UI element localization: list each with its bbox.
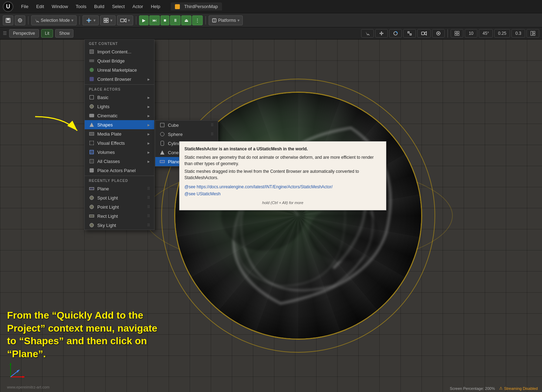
tooltip-line4: @see https://docs.unrealengine.com/lates… bbox=[184, 184, 381, 190]
streaming-disabled: ⚠ Streaming Disabled bbox=[499, 386, 538, 391]
play-next-button[interactable]: ⏭ bbox=[149, 15, 160, 25]
svg-rect-37 bbox=[533, 34, 535, 35]
recently-rectlight-item[interactable]: Rect Light ⠿ bbox=[85, 211, 154, 221]
warning-icon: ⚠ bbox=[499, 386, 503, 391]
menu-actor[interactable]: Actor bbox=[129, 2, 146, 11]
menu-window[interactable]: Window bbox=[48, 2, 71, 11]
place-actors-panel-item[interactable]: Place Actors Panel bbox=[85, 166, 154, 175]
lit-button[interactable]: Lit bbox=[41, 29, 53, 38]
content-browser-item[interactable]: Content Browser ▸ bbox=[85, 74, 154, 84]
play-options-button[interactable]: ⋮ bbox=[192, 15, 203, 25]
visual-effects-item[interactable]: Visual Effects ▸ bbox=[85, 138, 154, 148]
unreal-marketplace-item[interactable]: Unreal Marketplace bbox=[85, 65, 154, 74]
menu-build[interactable]: Build bbox=[91, 2, 108, 11]
cube-label: Cube bbox=[168, 123, 179, 128]
recently-rectlight-label: Rect Light bbox=[97, 214, 118, 219]
place-actors-panel-label: Place Actors Panel bbox=[97, 168, 136, 173]
recently-plane-drag: ⠿ bbox=[147, 187, 150, 191]
recently-skylight-label: Sky Light bbox=[97, 223, 116, 228]
shapes-arrow: ▸ bbox=[148, 122, 150, 128]
section-recently-placed: RECENTLY PLACED bbox=[85, 177, 154, 184]
stop-button[interactable]: ■ bbox=[161, 15, 169, 25]
grid-toggle[interactable] bbox=[451, 29, 463, 38]
menu-file[interactable]: File bbox=[18, 2, 32, 11]
zoom-value[interactable]: 0.25 bbox=[494, 29, 510, 38]
perspective-button[interactable]: Perspective bbox=[9, 29, 39, 38]
recently-spotlight-icon bbox=[89, 195, 94, 201]
eject-button[interactable]: ⏏ bbox=[181, 15, 191, 25]
cube-item[interactable]: Cube ⠿ bbox=[155, 120, 218, 130]
menu-help[interactable]: Help bbox=[147, 2, 164, 11]
toolbar-sep-2 bbox=[79, 16, 80, 25]
visual-effects-icon bbox=[89, 140, 94, 146]
recently-pointlight-item[interactable]: Point Light ⠿ bbox=[85, 202, 154, 211]
recently-pointlight-icon bbox=[89, 204, 94, 210]
menu-sep-2 bbox=[85, 176, 154, 176]
show-button[interactable]: Show bbox=[55, 29, 73, 38]
snap-button[interactable]: ▾ bbox=[100, 15, 116, 25]
recently-rectlight-icon bbox=[89, 213, 94, 219]
scale-tool[interactable] bbox=[403, 29, 416, 38]
all-classes-label: All Classes bbox=[97, 159, 120, 164]
layout-button[interactable] bbox=[527, 29, 539, 38]
menu-tools[interactable]: Tools bbox=[72, 2, 90, 11]
browse-button[interactable] bbox=[15, 15, 25, 25]
angle-value[interactable]: 45° bbox=[479, 29, 493, 38]
volumes-item[interactable]: Volumes ▸ bbox=[85, 148, 154, 157]
cursor-tool[interactable] bbox=[361, 29, 374, 38]
shapes-icon bbox=[89, 122, 94, 128]
recently-skylight-item[interactable]: Sky Light ⠿ bbox=[85, 221, 154, 230]
shapes-item[interactable]: Shapes ▸ Cube ⠿ Sphere ⠿ bbox=[85, 120, 154, 129]
pause-button[interactable]: ⏸ bbox=[170, 15, 181, 25]
svg-rect-24 bbox=[408, 32, 409, 33]
grid-value[interactable]: 10 bbox=[465, 29, 477, 38]
quixel-bridge-item[interactable]: Quixel Bridge bbox=[85, 56, 154, 65]
menu-edit[interactable]: Edit bbox=[33, 2, 47, 11]
rotate-tool[interactable] bbox=[389, 29, 402, 38]
map-tab[interactable]: ThirdPersonMap bbox=[171, 2, 222, 11]
recently-spotlight-drag: ⠿ bbox=[147, 196, 150, 200]
camera-button[interactable]: ▾ bbox=[117, 15, 133, 25]
menu-select[interactable]: Select bbox=[109, 2, 128, 11]
toolbar-sep-4 bbox=[205, 16, 206, 25]
svg-marker-20 bbox=[381, 34, 382, 35]
content-browser-arrow: ▸ bbox=[148, 77, 150, 82]
cinematic-item[interactable]: Cinematic ▸ bbox=[85, 111, 154, 120]
place-actors-panel-icon bbox=[89, 168, 94, 173]
transform-button[interactable]: ▾ bbox=[83, 15, 99, 25]
all-classes-item[interactable]: All Classes ▸ bbox=[85, 157, 154, 166]
marketplace-icon bbox=[89, 67, 94, 73]
viewport-menu[interactable]: ☰ bbox=[3, 31, 7, 36]
surface-snapping[interactable] bbox=[432, 29, 445, 38]
selection-mode-button[interactable]: Selection Mode ▾ bbox=[31, 15, 77, 25]
basic-icon bbox=[89, 94, 94, 100]
screen-value[interactable]: 0.3 bbox=[511, 29, 525, 38]
vp-sep bbox=[448, 29, 448, 38]
import-content-item[interactable]: Import Content... bbox=[85, 47, 154, 56]
recently-spotlight-item[interactable]: Spot Light ⠿ bbox=[85, 193, 154, 202]
sphere-item[interactable]: Sphere ⠿ bbox=[155, 130, 218, 139]
svg-marker-14 bbox=[124, 19, 126, 22]
svg-marker-21 bbox=[379, 33, 380, 34]
move-tool[interactable] bbox=[375, 29, 388, 38]
camera-speed[interactable] bbox=[417, 29, 431, 38]
cinematic-arrow: ▸ bbox=[148, 113, 150, 118]
play-button[interactable]: ▶ bbox=[139, 15, 149, 25]
basic-arrow: ▸ bbox=[148, 95, 150, 100]
viewport[interactable]: GET CONTENT Import Content... Quixel Bri… bbox=[0, 39, 542, 392]
save-button[interactable] bbox=[3, 15, 13, 25]
recently-plane-item[interactable]: Plane ⠿ bbox=[85, 184, 154, 193]
screen-percentage: Screen Percentage: 200% bbox=[450, 386, 495, 391]
svg-rect-25 bbox=[410, 34, 411, 35]
lights-item[interactable]: Lights ▸ bbox=[85, 102, 154, 111]
recently-plane-icon bbox=[89, 186, 94, 191]
cube-icon bbox=[159, 122, 165, 128]
media-plate-item[interactable]: Media Plate ▸ bbox=[85, 129, 154, 138]
volumes-icon bbox=[89, 149, 94, 155]
section-place-actors: PLACE ACTORS bbox=[85, 85, 154, 93]
menu-sep-1 bbox=[85, 84, 154, 85]
basic-item[interactable]: Basic ▸ bbox=[85, 93, 154, 102]
platforms-button[interactable]: Platforms ▾ bbox=[209, 15, 243, 25]
svg-rect-1 bbox=[7, 18, 9, 20]
sphere-label: Sphere bbox=[168, 132, 183, 137]
